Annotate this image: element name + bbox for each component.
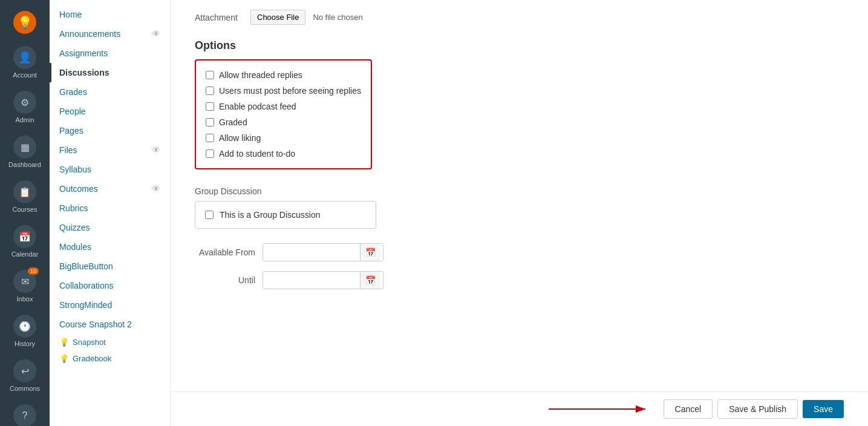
group-discussion-checkbox[interactable] [205,211,214,219]
until-row: Until 📅 [195,271,844,289]
snapshot-bulb-icon: 💡 [59,338,69,347]
nav-item-help[interactable]: ? Help [0,398,50,426]
nav-item-account[interactable]: 👤 Account [0,40,50,85]
attachment-row: Attachment Choose File No file chosen [195,10,844,25]
sidebar-item-collaborations[interactable]: Collaborations [50,276,170,295]
sidebar-item-files[interactable]: Files 👁 [50,140,170,160]
sidebar-item-course-snapshot-2[interactable]: Course Snapshot 2 [50,315,170,334]
sidebar-item-discussions[interactable]: Discussions [50,63,170,82]
allow-liking-label[interactable]: Allow liking [219,133,261,143]
no-file-text: No file chosen [313,13,362,22]
options-title: Options [195,39,844,52]
sidebar-item-announcements[interactable]: Announcements 👁 [50,24,170,44]
sidebar-item-grades[interactable]: Grades [50,82,170,102]
available-from-input[interactable] [263,244,360,261]
available-from-row: Available From 📅 [195,243,844,261]
sidebar-item-outcomes[interactable]: Outcomes 👁 [50,179,170,198]
footer-actions: Cancel Save & Publish Save [171,392,868,426]
add-todo-label[interactable]: Add to student to-do [219,149,295,159]
nav-logo[interactable]: 💡 [0,5,50,40]
sidebar-item-assignments[interactable]: Assignments [50,44,170,63]
nav-item-inbox[interactable]: ✉ 10 Inbox [0,264,50,309]
until-input-wrap: 📅 [263,271,383,289]
available-from-calendar-button[interactable]: 📅 [360,244,380,261]
group-discussion-section-label: Group Discussion [195,186,844,196]
until-input[interactable] [263,272,360,289]
cancel-button[interactable]: Cancel [664,399,713,419]
graded-checkbox[interactable] [206,118,214,126]
inbox-badge: 10 [28,267,39,275]
podcast-checkbox[interactable] [206,102,214,111]
until-label: Until [195,275,255,285]
available-from-label: Available From [195,247,255,257]
sidebar-item-strongminded[interactable]: StrongMinded [50,295,170,315]
sidebar-item-pages[interactable]: Pages [50,121,170,140]
add-todo-checkbox[interactable] [206,149,214,158]
option-todo: Add to student to-do [206,149,361,159]
cancel-area: Cancel [664,399,713,419]
option-liking: Allow liking [206,133,361,143]
must-post-checkbox[interactable] [206,87,214,95]
sidebar-item-gradebook[interactable]: 💡 Gradebook [50,350,170,367]
option-graded: Graded [206,117,361,127]
nav-item-courses[interactable]: 📋 Courses [0,174,50,219]
option-threaded-replies: Allow threaded replies [206,70,361,80]
threaded-replies-label[interactable]: Allow threaded replies [219,70,302,80]
podcast-label[interactable]: Enable podcast feed [219,102,296,111]
sidebar: Home Announcements 👁 Assignments Discuss… [50,0,171,426]
must-post-label[interactable]: Users must post before seeing replies [219,86,361,96]
graded-label[interactable]: Graded [219,117,247,127]
sidebar-item-rubrics[interactable]: Rubrics [50,198,170,218]
group-discussion-label[interactable]: This is a Group Discussion [220,210,321,220]
save-publish-button[interactable]: Save & Publish [717,399,798,419]
sidebar-item-home[interactable]: Home [50,5,170,24]
attachment-label: Attachment [195,13,243,22]
option-podcast: Enable podcast feed [206,102,361,111]
until-calendar-button[interactable]: 📅 [360,272,380,289]
sidebar-item-syllabus[interactable]: Syllabus [50,160,170,179]
option-must-post: Users must post before seeing replies [206,86,361,96]
save-button[interactable]: Save [803,400,844,418]
sidebar-item-quizzes[interactable]: Quizzes [50,218,170,237]
announcements-eye-icon: 👁 [152,29,160,39]
allow-liking-checkbox[interactable] [206,134,214,142]
nav-item-history[interactable]: 🕐 History [0,309,50,353]
sidebar-item-snapshot[interactable]: 💡 Snapshot [50,334,170,350]
sidebar-item-bigbluebutton[interactable]: BigBlueButton [50,257,170,276]
choose-file-button[interactable]: Choose File [250,10,305,25]
arrow-hint-icon [530,397,664,421]
sidebar-item-modules[interactable]: Modules [50,237,170,257]
nav-item-commons[interactable]: ↩ Commons [0,353,50,398]
outcomes-eye-icon: 👁 [152,184,160,194]
options-box: Allow threaded replies Users must post b… [195,59,372,169]
sidebar-item-people[interactable]: People [50,102,170,121]
nav-rail: 💡 👤 Account ⚙ Admin ▦ Dashboard 📋 Course… [0,0,50,426]
nav-item-admin[interactable]: ⚙ Admin [0,85,50,129]
files-eye-icon: 👁 [152,145,160,155]
main-content: Attachment Choose File No file chosen Op… [171,0,868,426]
nav-item-dashboard[interactable]: ▦ Dashboard [0,129,50,174]
available-from-input-wrap: 📅 [263,243,383,261]
threaded-replies-checkbox[interactable] [206,71,214,79]
group-discussion-box[interactable]: This is a Group Discussion [195,201,376,229]
gradebook-bulb-icon: 💡 [59,354,69,363]
nav-item-calendar[interactable]: 📅 Calendar [0,219,50,264]
